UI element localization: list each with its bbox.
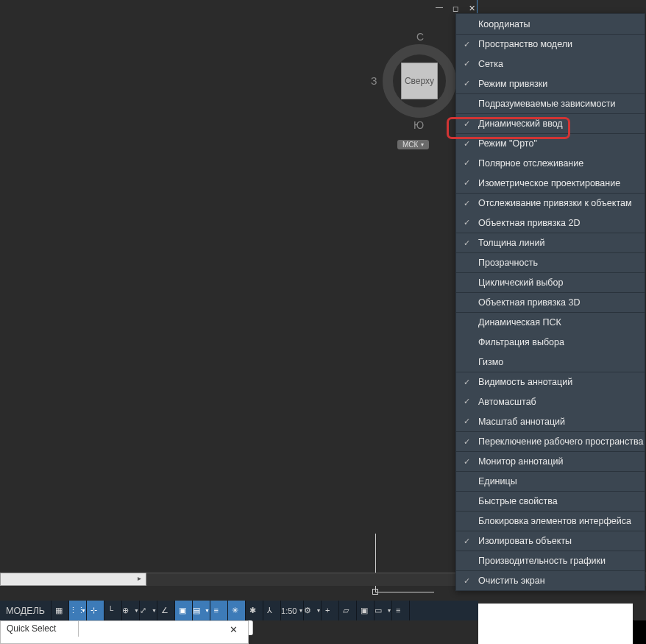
check-icon: ✓ — [464, 218, 470, 227]
menu-item-прозрачность[interactable]: Прозрачность — [456, 252, 645, 272]
snap-icon[interactable]: ⊹ — [87, 601, 104, 620]
anno-scale-icon[interactable]: ⅄ — [263, 601, 281, 620]
menu-item-пространство-модели[interactable]: ✓Пространство модели — [456, 34, 645, 54]
check-icon: ✓ — [464, 397, 470, 406]
polar-icon[interactable]: ⊕▼ — [122, 601, 140, 620]
menu-item-сетка[interactable]: ✓Сетка — [456, 54, 645, 74]
menu-item-объектная-привязка-2d[interactable]: ✓Объектная привязка 2D — [456, 213, 645, 233]
menu-item-label: Сетка — [478, 59, 503, 69]
quick-select-close-button[interactable]: ✕ — [230, 624, 238, 635]
window-minimize-button[interactable] — [434, 3, 444, 13]
check-icon: ✓ — [464, 378, 470, 387]
menu-item-масштаб-аннотаций[interactable]: ✓Масштаб аннотаций — [456, 411, 645, 431]
grid-major-icon: ▦ — [55, 606, 65, 616]
menu-item-блокировка-элементов-интерфейс[interactable]: Блокировка элементов интерфейса — [456, 511, 645, 531]
menu-item-label: Масштаб аннотаций — [478, 417, 565, 427]
menu-icon: ≡ — [396, 606, 406, 616]
annotation-scale-button[interactable]: 1:50▼ — [281, 601, 304, 620]
menu-item-производительность-графики[interactable]: Производительность графики — [456, 551, 645, 570]
anno-visibility-icon[interactable]: ✳ — [228, 601, 246, 620]
menu-item-полярное-отслеживание[interactable]: ✓Полярное отслеживание — [456, 153, 645, 173]
menu-item-динамическая-пск[interactable]: Динамическая ПСК — [456, 312, 645, 332]
scroll-right-arrow[interactable]: ▸ — [134, 574, 144, 584]
menu-icon[interactable]: ≡ — [392, 601, 410, 620]
window-restore-button[interactable] — [450, 3, 461, 13]
grid-minor-icon[interactable]: ⋮⋮▼ — [69, 601, 87, 620]
gear-icon[interactable]: ⚙▼ — [304, 601, 322, 620]
menu-item-режим-привязки[interactable]: ✓Режим привязки — [456, 74, 645, 93]
horizontal-scrollbar[interactable]: ▸ — [0, 573, 146, 586]
ucs-dropdown[interactable]: МСК — [397, 140, 429, 149]
quick-select-title: Quick Select — [0, 620, 79, 637]
check-icon: ✓ — [464, 79, 470, 88]
ortho-icon: └ — [108, 606, 118, 616]
menu-item-label: Фильтрация выбора — [478, 337, 564, 347]
check-icon: ✓ — [464, 59, 470, 68]
menu-item-переключение-рабочего-простран[interactable]: ✓Переключение рабочего пространства — [456, 431, 645, 451]
lineweight-icon[interactable]: ≡ — [210, 601, 228, 620]
menu-item-координаты[interactable]: Координаты — [456, 14, 645, 34]
menu-item-циклический-выбор[interactable]: Циклический выбор — [456, 272, 645, 292]
check-icon: ✓ — [464, 158, 470, 168]
menu-item-label: Очистить экран — [478, 576, 545, 586]
ucs-icon[interactable]: ▱ — [339, 601, 357, 620]
check-icon: ✓ — [464, 40, 470, 49]
ortho-icon[interactable]: └ — [104, 601, 122, 620]
menu-item-автомасштаб[interactable]: ✓Автомасштаб — [456, 392, 645, 411]
osnap2d-icon[interactable]: ▣ — [175, 601, 193, 620]
menu-item-быстрые-свойства[interactable]: Быстрые свойства — [456, 491, 645, 511]
menu-item-label: Толщина линий — [478, 238, 544, 248]
menu-item-label: Объектная привязка 3D — [478, 297, 581, 308]
menu-item-подразумеваемые-зависимости[interactable]: Подразумеваемые зависимости — [456, 93, 645, 113]
compass-west[interactable]: З — [371, 75, 377, 87]
isolate-icon[interactable]: ▭▼ — [375, 601, 392, 620]
monitor-icon[interactable]: ▣ — [357, 601, 375, 620]
anno-visibility-icon: ✳ — [232, 606, 242, 616]
compass-south[interactable]: Ю — [413, 119, 424, 131]
menu-item-label: Циклический выбор — [478, 277, 563, 288]
plus-icon[interactable]: + — [322, 601, 339, 620]
menu-item-label: Координаты — [478, 19, 530, 29]
ucs-label: МСК — [402, 141, 418, 149]
menu-item-label: Режим "Орто" — [478, 138, 537, 149]
menu-item-label: Отслеживание привязки к объектам — [478, 198, 632, 208]
title-bar-separator — [477, 0, 478, 13]
statusbar-customize-menu: Координаты✓Пространство модели✓Сетка✓Реж… — [455, 13, 645, 591]
menu-item-видимость-аннотаций[interactable]: ✓Видимость аннотаций — [456, 372, 645, 392]
menu-item-label: Монитор аннотаций — [478, 456, 563, 467]
model-space-button[interactable]: МОДЕЛЬ — [0, 601, 52, 620]
snap-icon: ⊹ — [90, 606, 101, 616]
viewcube-top-face[interactable]: Сверху — [401, 63, 438, 99]
menu-item-толщина-линий[interactable]: ✓Толщина линий — [456, 233, 645, 252]
viewcube[interactable]: Сверху С Ю З В МСК — [375, 22, 464, 147]
status-bar: МОДЕЛЬ ▦⋮⋮▼⊹└⊕▼⤢▼∠▣▤▼≡✳✱⅄1:50▼⚙▼+▱▣▭▼≡ — [0, 601, 478, 620]
check-icon: ✓ — [464, 139, 470, 149]
lw-icon[interactable]: ▤▼ — [193, 601, 210, 620]
menu-item-отслеживание-привязки-к-объект[interactable]: ✓Отслеживание привязки к объектам — [456, 193, 645, 213]
gear-icon: ⚙ — [304, 606, 314, 616]
anno-auto-icon[interactable]: ✱ — [246, 601, 263, 620]
menu-item-гизмо[interactable]: Гизмо — [456, 352, 645, 372]
menu-item-фильтрация-выбора[interactable]: Фильтрация выбора — [456, 332, 645, 352]
menu-item-изометрическое-проектирование[interactable]: ✓Изометрическое проектирование — [456, 173, 645, 193]
menu-item-label: Изометрическое проектирование — [478, 178, 620, 188]
menu-item-динамический-ввод[interactable]: ✓Динамический ввод — [456, 113, 645, 133]
menu-item-label: Режим привязки — [478, 79, 547, 89]
menu-item-очистить-экран[interactable]: ✓Очистить экран — [456, 570, 645, 590]
compass-north[interactable]: С — [416, 31, 424, 43]
iso-icon[interactable]: ⤢▼ — [140, 601, 157, 620]
menu-item-монитор-аннотаций[interactable]: ✓Монитор аннотаций — [456, 451, 645, 471]
menu-item-режим-орто-[interactable]: ✓Режим "Орто" — [456, 133, 645, 153]
menu-item-объектная-привязка-3d[interactable]: Объектная привязка 3D — [456, 292, 645, 312]
window-close-button[interactable] — [466, 3, 477, 13]
ucs-icon: ▱ — [343, 606, 353, 616]
anno-scale-icon: ⅄ — [267, 606, 277, 616]
grid-major-icon[interactable]: ▦ — [52, 601, 69, 620]
panel-pull-handle[interactable] — [249, 620, 253, 635]
monitor-icon: ▣ — [361, 606, 371, 616]
menu-item-единицы[interactable]: Единицы — [456, 471, 645, 491]
osnap-track-icon[interactable]: ∠ — [157, 601, 175, 620]
menu-item-изолировать-объекты[interactable]: ✓Изолировать объекты — [456, 531, 645, 551]
quick-select-panel[interactable]: Quick Select ✕ — [0, 620, 249, 644]
check-icon: ✓ — [464, 238, 470, 248]
